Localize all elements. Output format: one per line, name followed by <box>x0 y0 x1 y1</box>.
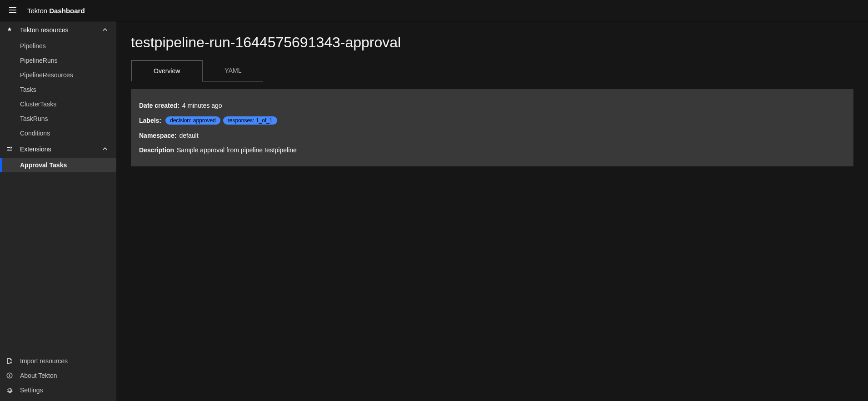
sidebar-item-label: TaskRuns <box>20 115 48 122</box>
settings-icon <box>5 386 14 394</box>
sidebar-item-pipelineruns[interactable]: PipelineRuns <box>0 53 116 68</box>
footer-item-label: Settings <box>20 386 43 394</box>
sidebar-footer: Import resources About Tekton Settings <box>0 354 116 401</box>
nav-group-items: Pipelines PipelineRuns PipelineResources… <box>0 39 116 140</box>
nav-group-items: Approval Tasks <box>0 158 116 172</box>
page-title: testpipeline-run-1644575691343-approval <box>131 34 853 51</box>
detail-label: Date created: <box>139 102 180 109</box>
sidebar-item-label: Approval Tasks <box>20 161 67 169</box>
detail-panel: Date created: 4 minutes ago Labels: deci… <box>131 89 853 166</box>
detail-value: 4 minutes ago <box>182 102 222 109</box>
import-icon <box>5 357 14 365</box>
tab-yaml[interactable]: YAML <box>203 60 263 82</box>
tabs: Overview YAML <box>131 60 853 82</box>
sidebar-item-label: PipelineRuns <box>20 57 58 64</box>
sidebar-item-pipelines[interactable]: Pipelines <box>0 39 116 53</box>
sidebar-item-label: PipelineResources <box>20 71 73 79</box>
main-content: testpipeline-run-1644575691343-approval … <box>116 21 868 401</box>
footer-item-about-tekton[interactable]: About Tekton <box>0 368 116 383</box>
sidebar: Tekton resources Pipelines PipelineRuns … <box>0 21 116 401</box>
settings-adjust-icon <box>5 145 14 153</box>
tab-label: YAML <box>224 67 241 74</box>
header-title: Tekton Dashboard <box>27 7 85 15</box>
tab-overview[interactable]: Overview <box>131 60 203 82</box>
info-icon <box>5 371 14 380</box>
sidebar-item-approval-tasks[interactable]: Approval Tasks <box>0 158 116 172</box>
detail-row-description: Description Sample approval from pipelin… <box>139 143 845 157</box>
nav-group-label: Tekton resources <box>20 26 102 34</box>
detail-label: Labels: <box>139 117 161 124</box>
sidebar-item-taskruns[interactable]: TaskRuns <box>0 111 116 126</box>
menu-icon <box>8 5 17 16</box>
detail-label: Namespace: <box>139 132 177 139</box>
detail-row-date-created: Date created: 4 minutes ago <box>139 98 845 113</box>
detail-value: Sample approval from pipeline testpipeli… <box>177 146 297 154</box>
app-header: Tekton Dashboard <box>0 0 868 21</box>
detail-row-labels: Labels: decision: approved responses: 1_… <box>139 113 845 128</box>
sidebar-item-label: ClusterTasks <box>20 100 56 108</box>
label-tag: responses: 1_of_1 <box>223 116 277 125</box>
header-title-prefix: Tekton <box>27 7 47 15</box>
menu-toggle-button[interactable] <box>5 2 21 20</box>
label-tag: decision: approved <box>165 116 220 125</box>
sidebar-item-clustertasks[interactable]: ClusterTasks <box>0 97 116 111</box>
header-title-suffix: Dashboard <box>49 7 85 15</box>
tekton-icon <box>5 26 14 34</box>
detail-label: Description <box>139 146 174 154</box>
nav-group-tekton-resources[interactable]: Tekton resources <box>0 21 116 39</box>
sidebar-item-label: Conditions <box>20 130 50 137</box>
sidebar-item-label: Pipelines <box>20 42 46 50</box>
sidebar-item-pipelineresources[interactable]: PipelineResources <box>0 68 116 82</box>
sidebar-item-tasks[interactable]: Tasks <box>0 82 116 97</box>
detail-value: default <box>180 132 199 139</box>
footer-item-label: About Tekton <box>20 372 57 379</box>
footer-item-label: Import resources <box>20 357 68 365</box>
chevron-up-icon <box>102 145 109 153</box>
sidebar-item-label: Tasks <box>20 86 36 93</box>
footer-item-settings[interactable]: Settings <box>0 383 116 397</box>
tab-label: Overview <box>154 67 180 75</box>
nav-group-label: Extensions <box>20 145 102 153</box>
sidebar-item-conditions[interactable]: Conditions <box>0 126 116 140</box>
nav-group-extensions[interactable]: Extensions <box>0 140 116 158</box>
detail-row-namespace: Namespace: default <box>139 128 845 143</box>
footer-item-import-resources[interactable]: Import resources <box>0 354 116 368</box>
chevron-up-icon <box>102 26 109 34</box>
